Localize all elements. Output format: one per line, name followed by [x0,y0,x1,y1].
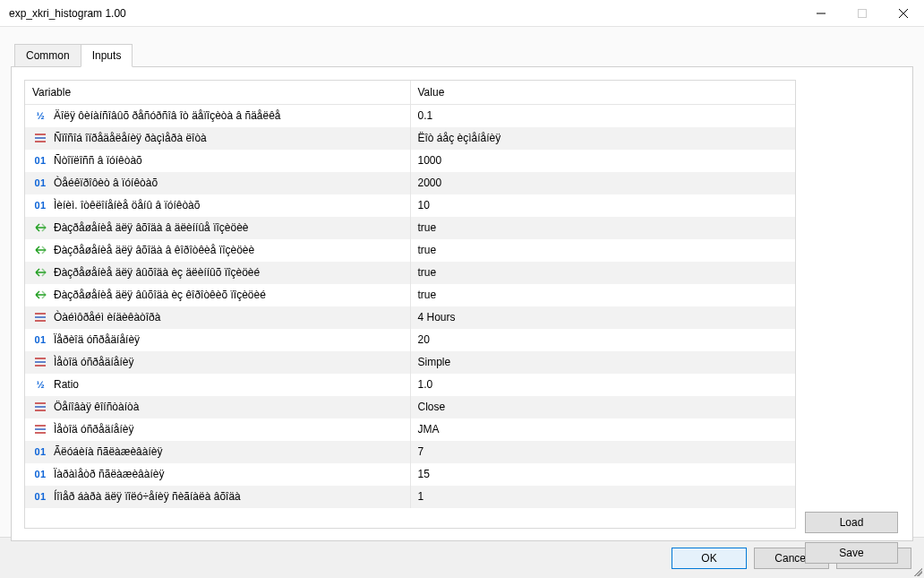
table-row[interactable]: 01Ìèíèì. îòêëîíåíèå öåíû â ïóíêòàõ10 [25,194,795,217]
value-cell[interactable]: Simple [410,351,795,374]
table-row[interactable]: Ðàçðåøåíèå äëÿ âõîäà â êîðîòêèå ïîçèöèèt… [25,239,795,262]
blank-cell [25,508,795,528]
string-icon [32,401,48,412]
value-cell[interactable]: 1.0 [410,374,795,396]
string-icon [32,133,48,143]
close-button[interactable] [883,0,924,27]
tab-panel: Variable Value ½Äîëÿ ôèíàíñîâûõ ðåñóðñîâ… [11,66,913,541]
variable-label: Ðàçðåøåíèå äëÿ âûõîäà èç äëèííûõ ïîçèöèé [54,266,260,279]
variable-cell[interactable]: Ðàçðåøåíèå äëÿ âûõîäà èç äëèííûõ ïîçèöèé [25,262,410,284]
tab-strip: Common Inputs [14,43,913,66]
tab-common[interactable]: Common [14,44,81,67]
value-cell[interactable]: Close [410,396,795,418]
variable-label: Ðàçðåøåíèå äëÿ âõîäà â êîðîòêèå ïîçèöèè [54,244,254,256]
side-buttons: Load Save [805,512,898,564]
value-cell[interactable]: 10 [410,194,795,217]
table-row[interactable]: ½Äîëÿ ôèíàíñîâûõ ðåñóðñîâ îò äåïîçèòà â … [25,105,795,127]
ok-button[interactable]: OK [672,548,747,569]
value-cell[interactable]: true [410,217,795,239]
table-row[interactable]: 01Ïàðàìåòð ñãëàæèâàíèÿ15 [25,463,795,486]
bool-icon [32,267,48,278]
integer-icon: 01 [32,334,48,345]
table-row[interactable]: 01Òåéêïðîôèò â ïóíêòàõ2000 [25,172,795,194]
table-row[interactable]: 01Ñòîïëîññ â ïóíêòàõ1000 [25,150,795,172]
value-cell[interactable]: true [410,284,795,306]
load-button[interactable]: Load [805,512,898,533]
table-row[interactable]: Öåíîâàÿ êîíñòàíòàClose [25,396,795,418]
variable-cell[interactable]: Ðàçðåøåíèå äëÿ âõîäà â äëèííûå ïîçèöèè [25,217,410,239]
variable-cell[interactable]: ½Ratio [25,374,410,396]
table-row[interactable]: Ðàçðåøåíèå äëÿ âûõîäà èç êîðîòêèõ ïîçèöè… [25,284,795,306]
table-row[interactable]: 01Ãëóáèíà ñãëàæèâàíèÿ7 [25,441,795,463]
variable-label: Òàéìôðåéì èíäèêàòîðà [54,311,160,324]
variable-cell[interactable]: 01Ïåðèîä óñðåäíåíèÿ [25,329,410,351]
table-row[interactable]: Ìåòîä óñðåäíåíèÿSimple [25,351,795,374]
value-cell[interactable]: 7 [410,441,795,463]
fraction-icon: ½ [32,379,48,390]
integer-icon: 01 [32,491,48,502]
variable-label: Ïàðàìåòð ñãëàæèâàíèÿ [54,468,164,480]
variable-cell[interactable]: Ñïîñîá îïðåäåëåíèÿ ðàçìåðà ëîòà [25,127,410,150]
maximize-button [842,0,883,27]
column-header-variable[interactable]: Variable [25,81,410,105]
value-cell[interactable]: true [410,239,795,262]
variable-cell[interactable]: 01Ñòîïëîññ â ïóíêòàõ [25,150,410,172]
dialog-footer: OK Cancel Reset [0,537,924,578]
value-cell[interactable]: 1 [410,486,795,508]
variable-label: Ñïîñîá îïðåäåëåíèÿ ðàçìåðà ëîòà [54,132,207,144]
svg-rect-1 [859,9,867,17]
table-row[interactable]: Ðàçðåøåíèå äëÿ âûõîäà èç äëèííûõ ïîçèöèé… [25,262,795,284]
value-cell[interactable]: 15 [410,463,795,486]
tab-inputs[interactable]: Inputs [81,44,133,67]
minimize-button[interactable] [800,0,842,27]
table-row[interactable]: 01Íîìåð áàðà äëÿ ïîëó÷åíèÿ ñèãíàëà âõîäà… [25,486,795,508]
table-row[interactable]: Ñïîñîá îïðåäåëåíèÿ ðàçìåðà ëîòàËîò áåç è… [25,127,795,150]
variable-label: Ãëóáèíà ñãëàæèâàíèÿ [54,445,162,458]
variable-label: Öåíîâàÿ êîíñòàíòà [54,401,139,413]
table-row[interactable]: Ìåòîä óñðåäíåíèÿJMA [25,418,795,441]
inputs-table-wrapper: Variable Value ½Äîëÿ ôèíàíñîâûõ ðåñóðñîâ… [24,80,796,529]
variable-cell[interactable]: 01Ïàðàìåòð ñãëàæèâàíèÿ [25,463,410,486]
integer-icon: 01 [32,446,48,457]
table-row[interactable]: 01Ïåðèîä óñðåäíåíèÿ20 [25,329,795,351]
variable-cell[interactable]: 01Ãëóáèíà ñãëàæèâàíèÿ [25,441,410,463]
variable-cell[interactable]: Ðàçðåøåíèå äëÿ âûõîäà èç êîðîòêèõ ïîçèöè… [25,284,410,306]
variable-cell[interactable]: ½Äîëÿ ôèíàíñîâûõ ðåñóðñîâ îò äåïîçèòà â … [25,105,410,127]
variable-cell[interactable]: 01Ìèíèì. îòêëîíåíèå öåíû â ïóíêòàõ [25,194,410,217]
inputs-table: Variable Value ½Äîëÿ ôèíàíñîâûõ ðåñóðñîâ… [25,81,795,528]
table-row [25,508,795,528]
save-button[interactable]: Save [805,542,898,564]
table-row[interactable]: Òàéìôðåéì èíäèêàòîðà4 Hours [25,306,795,329]
resize-grip[interactable] [911,565,922,576]
variable-cell[interactable]: Öåíîâàÿ êîíñòàíòà [25,396,410,418]
string-icon [32,424,48,435]
integer-icon: 01 [32,155,48,166]
table-row[interactable]: Ðàçðåøåíèå äëÿ âõîäà â äëèííûå ïîçèöèètr… [25,217,795,239]
value-cell[interactable]: 20 [410,329,795,351]
column-header-value[interactable]: Value [410,81,795,105]
value-cell[interactable]: 1000 [410,150,795,172]
value-cell[interactable]: JMA [410,418,795,441]
variable-label: Òåéêïðîôèò â ïóíêòàõ [54,177,158,189]
value-cell[interactable]: Ëîò áåç èçìåíåíèÿ [410,127,795,150]
variable-cell[interactable]: Ìåòîä óñðåäíåíèÿ [25,351,410,374]
bool-icon [32,245,48,255]
string-icon [32,312,48,323]
variable-cell[interactable]: Ðàçðåøåíèå äëÿ âõîäà â êîðîòêèå ïîçèöèè [25,239,410,262]
value-cell[interactable]: 2000 [410,172,795,194]
variable-label: Ìåòîä óñðåäíåíèÿ [54,423,133,436]
value-cell[interactable]: 4 Hours [410,306,795,329]
variable-cell[interactable]: Òàéìôðåéì èíäèêàòîðà [25,306,410,329]
integer-icon: 01 [32,200,48,211]
value-cell[interactable]: 0.1 [410,105,795,127]
variable-cell[interactable]: 01Òåéêïðîôèò â ïóíêòàõ [25,172,410,194]
variable-cell[interactable]: Ìåòîä óñðåäíåíèÿ [25,418,410,441]
table-row[interactable]: ½Ratio1.0 [25,374,795,396]
titlebar: exp_xkri_histogram 1.00 [0,0,924,27]
fraction-icon: ½ [32,110,48,121]
value-cell[interactable]: true [410,262,795,284]
variable-cell[interactable]: 01Íîìåð áàðà äëÿ ïîëó÷åíèÿ ñèãíàëà âõîäà [25,486,410,508]
variable-label: Ìèíèì. îòêëîíåíèå öåíû â ïóíêòàõ [54,199,200,211]
content-area: Common Inputs Variable Value ½Äîëÿ ôèíàí… [0,27,924,537]
variable-label: Ðàçðåøåíèå äëÿ âõîäà â äëèííûå ïîçèöèè [54,221,249,234]
